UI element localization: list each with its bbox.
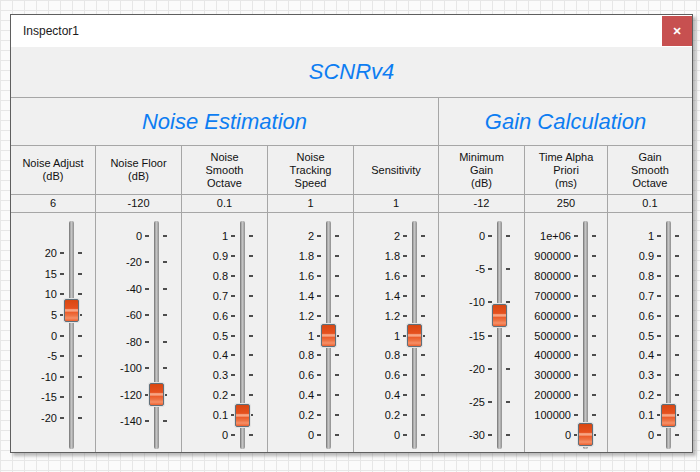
column-header-line: Octave	[633, 177, 668, 190]
tick-mark	[592, 354, 596, 356]
tick-mark	[488, 368, 492, 370]
column-header-line: Priori	[553, 164, 579, 177]
tick-mark	[488, 301, 492, 303]
tick-mark	[249, 275, 253, 277]
tick-mark	[231, 374, 235, 376]
slider-track[interactable]	[69, 221, 74, 449]
tick-mark	[145, 261, 149, 263]
slider-time-alpha-priori-ms: 1e+0690000080000070000060000050000040000…	[525, 213, 607, 452]
slider-thumb[interactable]	[661, 404, 676, 427]
tick-mark	[317, 295, 321, 297]
slider-thumb[interactable]	[492, 304, 507, 327]
tick-mark	[592, 275, 596, 277]
tick-mark	[421, 374, 425, 376]
window-titlebar[interactable]: Inspector1 ✕	[11, 15, 692, 47]
column-header: NoiseTrackingSpeed	[268, 146, 353, 195]
tick-mark	[421, 414, 425, 416]
tick-mark	[163, 288, 167, 290]
tick-label: 0.7	[182, 290, 228, 302]
slider-thumb[interactable]	[149, 383, 164, 406]
tick-mark	[506, 434, 510, 436]
tick-mark	[317, 354, 321, 356]
plugin-title: SCNRv4	[11, 47, 692, 98]
tick-label: 0	[268, 429, 314, 441]
column-noise-smooth-octave: NoiseSmoothOctave0.110.90.80.70.60.50.40…	[182, 146, 268, 452]
slider-thumb[interactable]	[235, 404, 250, 427]
tick-mark	[78, 355, 82, 357]
tick-mark	[60, 273, 64, 275]
window-title: Inspector1	[23, 24, 79, 38]
tick-label: -15	[11, 391, 57, 403]
tick-mark	[335, 335, 339, 337]
tick-label: 800000	[525, 270, 571, 282]
tick-mark	[78, 376, 82, 378]
tick-mark	[145, 235, 149, 237]
slider-thumb[interactable]	[578, 423, 593, 446]
tick-mark	[675, 255, 679, 257]
tick-mark	[657, 255, 661, 257]
close-icon: ✕	[672, 25, 681, 38]
tick-label: 0.1	[182, 409, 228, 421]
slider-track[interactable]	[497, 221, 502, 449]
slider-track[interactable]	[583, 221, 588, 449]
slider-noise-tracking-speed: 21.81.61.41.210.80.60.40.20	[268, 213, 353, 452]
tick-mark	[403, 295, 407, 297]
tick-mark	[145, 420, 149, 422]
tick-mark	[145, 314, 149, 316]
tick-mark	[163, 394, 167, 396]
tick-label: 300000	[525, 369, 571, 381]
column-header-line: (dB)	[43, 170, 64, 183]
tick-mark	[231, 315, 235, 317]
close-button[interactable]: ✕	[662, 16, 692, 46]
spreadsheet-background: { "window": { "title": "Inspector1", "cl…	[0, 0, 700, 472]
parameter-value: 6	[11, 195, 95, 213]
tick-mark	[657, 394, 661, 396]
tick-mark	[592, 335, 596, 337]
tick-mark	[60, 376, 64, 378]
tick-label: 0.2	[182, 389, 228, 401]
tick-mark	[231, 235, 235, 237]
tick-mark	[317, 374, 321, 376]
column-header-line: Time Alpha	[539, 151, 594, 164]
tick-label: -20	[11, 412, 57, 424]
tick-mark	[249, 394, 253, 396]
tick-mark	[488, 235, 492, 237]
tick-label: 100000	[525, 409, 571, 421]
tick-label: -20	[96, 256, 142, 268]
tick-mark	[488, 335, 492, 337]
tick-label: 20	[11, 247, 57, 259]
tick-mark	[335, 255, 339, 257]
tick-mark	[231, 275, 235, 277]
tick-mark	[403, 315, 407, 317]
tick-label: 0.4	[354, 389, 400, 401]
column-minimum-gain-db: MinimumGain(dB)-120-5-10-15-20-25-30	[439, 146, 525, 452]
column-header-line: Noise	[296, 151, 324, 164]
tick-label: 0.8	[268, 349, 314, 361]
parameter-value: 250	[525, 195, 607, 213]
tick-mark	[657, 335, 661, 337]
tick-label: 1.2	[354, 310, 400, 322]
tick-mark	[675, 235, 679, 237]
slider-thumb[interactable]	[321, 324, 336, 347]
slider-track[interactable]	[154, 221, 159, 449]
section-noise-estimation: Noise Estimation	[11, 98, 439, 145]
tick-mark	[249, 255, 253, 257]
column-noise-adjust-db: Noise Adjust(dB)620151050-5-10-15-20	[11, 146, 96, 452]
tick-label: 1	[182, 230, 228, 242]
column-header: Noise Adjust(dB)	[11, 146, 95, 195]
tick-label: 1.6	[268, 270, 314, 282]
tick-mark	[60, 252, 64, 254]
tick-mark	[403, 275, 407, 277]
tick-label: 0	[525, 429, 571, 441]
tick-label: -30	[439, 429, 485, 441]
tick-mark	[403, 235, 407, 237]
tick-label: 700000	[525, 290, 571, 302]
tick-label: 0.2	[608, 389, 654, 401]
tick-mark	[231, 255, 235, 257]
tick-mark	[657, 275, 661, 277]
tick-mark	[421, 235, 425, 237]
slider-noise-smooth-octave: 10.90.80.70.60.50.40.30.20.10	[182, 213, 267, 452]
tick-mark	[403, 434, 407, 436]
slider-thumb[interactable]	[64, 299, 79, 322]
slider-thumb[interactable]	[407, 324, 422, 347]
